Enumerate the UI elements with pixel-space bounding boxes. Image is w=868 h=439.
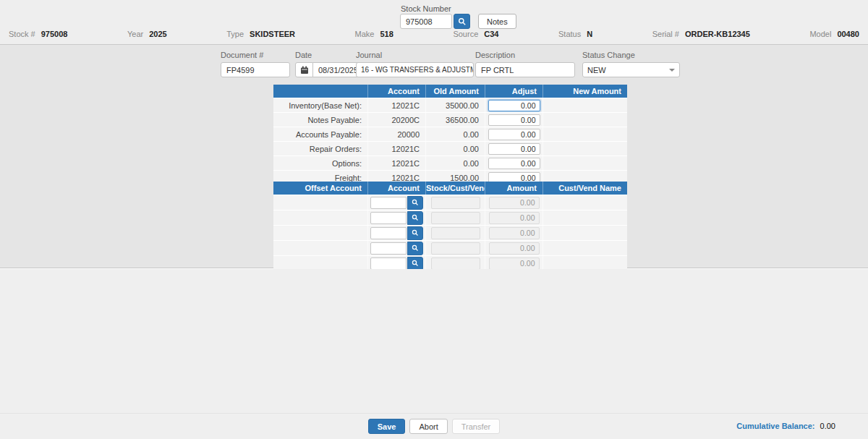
account-search-button[interactable]: [407, 211, 423, 225]
save-button[interactable]: Save: [368, 419, 406, 434]
stock-number-input[interactable]: [400, 14, 452, 29]
calendar-button[interactable]: [295, 62, 313, 77]
row-label: Repair Orders:: [273, 142, 367, 155]
old-amount-cell: 35000.00: [425, 98, 485, 112]
info-field-status: StatusN: [558, 30, 592, 38]
account-lookup-group: [368, 242, 425, 255]
row-label: Options:: [273, 156, 367, 170]
old-amount-cell: 0.00: [425, 156, 485, 170]
account-search-button[interactable]: [407, 226, 423, 240]
offset-account-cell: [273, 195, 367, 210]
info-field-stock: Stock #975008: [9, 30, 67, 38]
account-search-button[interactable]: [407, 196, 423, 210]
top-bar: Stock Number Notes Stock #975008 Year202…: [0, 0, 868, 45]
abort-button[interactable]: Abort: [409, 419, 447, 434]
account-search-button[interactable]: [407, 242, 423, 255]
row-label: Accounts Payable:: [273, 127, 367, 141]
cumulative-balance: Cumulative Balance: 0.00: [736, 422, 835, 430]
new-amount-cell: [542, 156, 627, 170]
journal-label: Journal: [356, 51, 474, 59]
column-header-account: Account: [367, 182, 425, 195]
new-amount-cell: [542, 142, 627, 155]
new-amount-cell: [542, 127, 627, 141]
stock-search-area: Notes: [400, 14, 516, 29]
journal-select[interactable]: 16 - WG TRANSFERS & ADJUSTMENTS: [356, 62, 474, 77]
cust-vend-name-cell: [542, 210, 627, 225]
account-cell: 20000: [367, 127, 425, 141]
account-cell: 12021C: [367, 98, 425, 112]
offset-amount-input: [489, 257, 540, 270]
status-change-select[interactable]: NEW: [582, 62, 680, 77]
table-row-options: Options: 12021C 0.00: [273, 155, 627, 170]
column-header-stock-cust-vend: Stock/Cust/Vend: [425, 182, 485, 195]
stock-cust-vend-input: [431, 257, 480, 270]
row-label: Notes Payable:: [273, 113, 367, 127]
offset-table-row: [273, 225, 627, 240]
content-blank-area: Save Abort Transfer Cumulative Balance: …: [0, 269, 868, 439]
offset-table-row: [273, 255, 627, 270]
column-header-adjust-amount: Adjust Amount: [485, 85, 542, 98]
footer-bar: Save Abort Transfer Cumulative Balance: …: [0, 413, 868, 439]
status-change-selected-value: NEW: [587, 66, 606, 74]
description-input[interactable]: [475, 62, 575, 77]
transfer-button: Transfer: [452, 419, 501, 434]
document-number-label: Document #: [221, 51, 290, 59]
offset-account-input[interactable]: [370, 197, 407, 209]
offset-account-input[interactable]: [370, 242, 407, 255]
offset-account-cell: [273, 210, 367, 225]
offset-table-header-row: Offset Account Account Stock/Cust/Vend A…: [273, 182, 627, 195]
adjust-amount-input[interactable]: [488, 129, 540, 140]
notes-button[interactable]: Notes: [478, 14, 516, 29]
document-number-input[interactable]: [221, 62, 290, 77]
old-amount-cell: 0.00: [425, 142, 485, 155]
offset-account-cell: [273, 241, 367, 255]
info-field-model: Model00480: [809, 30, 859, 38]
search-icon: [458, 17, 467, 26]
cust-vend-name-cell: [542, 195, 627, 210]
offset-account-input[interactable]: [370, 212, 407, 224]
stock-cust-vend-input: [431, 212, 480, 224]
column-header-new-amount: New Amount: [542, 85, 627, 98]
offset-table-row: [273, 240, 627, 255]
adjust-amount-input[interactable]: [488, 143, 540, 155]
search-icon: [412, 229, 419, 236]
offset-account-input[interactable]: [370, 257, 407, 270]
row-label: Inventory(Base Net):: [273, 98, 367, 112]
account-search-button[interactable]: [407, 257, 423, 270]
new-amount-cell: [542, 98, 627, 112]
info-field-source: SourceC34: [453, 30, 498, 38]
old-amount-cell: 36500.00: [425, 113, 485, 127]
cumulative-balance-label: Cumulative Balance:: [736, 422, 814, 430]
column-header-account: Account: [367, 85, 425, 98]
adjust-amount-table: Account Old Amount Adjust Amount New Amo…: [273, 85, 627, 184]
table-row-notes-payable: Notes Payable: 20200C 36500.00: [273, 112, 627, 127]
column-header-cust-vend-name: Cust/Vend Name: [542, 182, 627, 195]
cust-vend-name-cell: [542, 241, 627, 255]
account-lookup-group: [368, 211, 425, 225]
adjust-amount-input[interactable]: [488, 158, 540, 169]
new-amount-cell: [542, 113, 627, 127]
info-field-serial: Serial #ORDER-KB12345: [652, 30, 750, 38]
account-cell: 20200C: [367, 113, 425, 127]
adjust-amount-input[interactable]: [488, 100, 540, 111]
journal-field: Journal 16 - WG TRANSFERS & ADJUSTMENTS: [356, 51, 474, 77]
info-field-type: TypeSKIDSTEER: [226, 30, 295, 38]
adjust-amount-input[interactable]: [488, 114, 540, 126]
offset-account-table: Offset Account Account Stock/Cust/Vend A…: [273, 182, 627, 270]
column-header-old-amount: Old Amount: [425, 85, 485, 98]
stock-number-label: Stock Number: [401, 4, 451, 13]
stock-search-button[interactable]: [454, 14, 470, 29]
offset-account-input[interactable]: [370, 227, 407, 239]
offset-amount-input: [489, 197, 540, 209]
search-icon: [412, 199, 419, 206]
calendar-icon: [300, 66, 309, 74]
status-change-label: Status Change: [582, 51, 680, 59]
offset-table-row: [273, 210, 627, 225]
info-field-make: Make518: [355, 30, 393, 38]
column-header-offset-account: Offset Account: [273, 182, 367, 195]
search-icon: [412, 244, 419, 252]
journal-selected-value: 16 - WG TRANSFERS & ADJUSTMENTS: [361, 66, 474, 74]
cust-vend-name-cell: [542, 226, 627, 240]
search-icon: [412, 214, 419, 221]
stock-cust-vend-input: [431, 197, 480, 209]
